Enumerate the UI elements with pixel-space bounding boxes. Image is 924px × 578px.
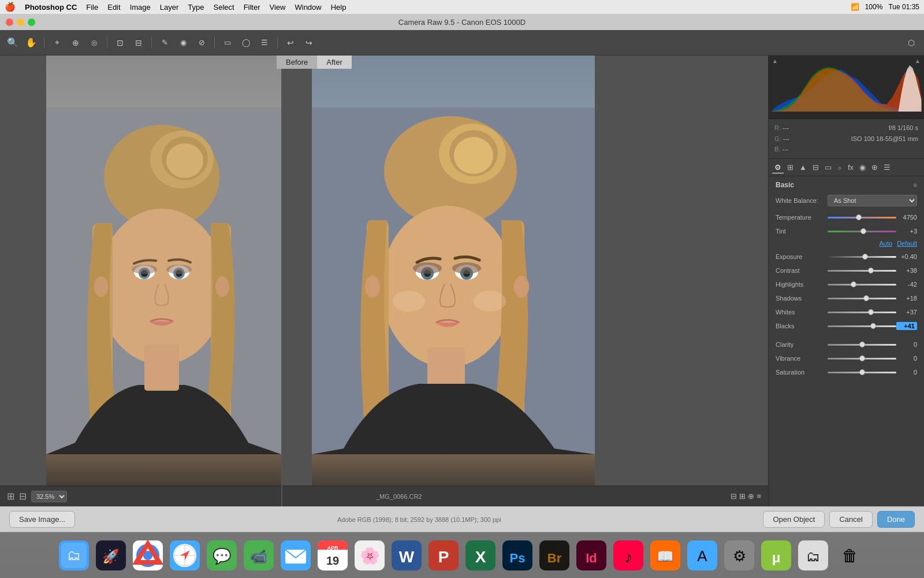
dock-indesign[interactable]: Id — [575, 539, 608, 572]
dock-powerpoint[interactable]: P — [427, 539, 460, 572]
save-image-button[interactable]: Save Image... — [9, 511, 75, 528]
apple-menu[interactable]: 🍎 — [5, 2, 16, 12]
vibrance-track[interactable] — [828, 358, 896, 360]
temperature-track[interactable] — [828, 217, 896, 218]
blacks-thumb[interactable] — [870, 323, 876, 329]
menu-type[interactable]: Type — [188, 3, 204, 12]
calibration-icon[interactable]: ⊕ — [869, 162, 880, 173]
close-button[interactable] — [6, 18, 13, 26]
dock-safari[interactable] — [168, 539, 202, 572]
menu-image[interactable]: Image — [130, 3, 151, 12]
app-menu-photoshop[interactable]: Photoshop CC — [25, 3, 77, 12]
dock-launchpad[interactable]: 🚀 — [94, 539, 128, 572]
blacks-track[interactable] — [828, 325, 896, 327]
dock-finder2[interactable]: 🗂 — [796, 539, 830, 572]
maximize-button[interactable] — [28, 18, 35, 26]
view-icon-1[interactable]: ⊞ — [7, 491, 14, 502]
dock-word[interactable]: W — [390, 539, 423, 572]
list-view[interactable]: ☰ — [256, 35, 273, 51]
filter-icon[interactable]: ≡ — [757, 492, 761, 501]
open-object-button[interactable]: Open Object — [763, 511, 825, 528]
dock-books[interactable]: 📖 — [649, 539, 682, 572]
zoom-tool[interactable]: 🔍 — [5, 35, 21, 51]
detail-panel-icon[interactable]: ⊟ — [810, 162, 821, 173]
clarity-thumb[interactable] — [859, 342, 865, 347]
tint-track[interactable] — [828, 231, 896, 232]
menu-select[interactable]: Select — [213, 3, 234, 12]
cancel-button[interactable]: Cancel — [829, 511, 872, 528]
crop-tool[interactable]: ⊡ — [112, 35, 128, 51]
dock-appstore[interactable]: A — [685, 539, 719, 572]
basic-panel-icon[interactable]: ⚙ — [772, 162, 784, 173]
dock-photos[interactable]: 🌸 — [353, 539, 386, 572]
zoom-selector[interactable]: 32.5% 50% 100% — [31, 491, 67, 502]
exposure-track[interactable] — [828, 256, 896, 258]
menu-window[interactable]: Window — [295, 3, 321, 12]
dock-excel[interactable]: X — [464, 539, 497, 572]
whites-track[interactable] — [828, 312, 896, 313]
grid-panel-icon[interactable]: ⊞ — [785, 162, 796, 173]
dock-photoshop[interactable]: Ps — [501, 539, 534, 572]
default-button[interactable]: Default — [897, 240, 917, 247]
redeye-tool[interactable]: ◉ — [175, 35, 191, 51]
dock-music[interactable]: ♪ — [612, 539, 645, 572]
shadows-thumb[interactable] — [863, 295, 869, 301]
minimize-button[interactable] — [17, 18, 24, 26]
histogram-shadow-clip[interactable]: ▲ — [772, 58, 778, 64]
target-tool[interactable]: ◎ — [86, 35, 102, 51]
before-label[interactable]: Before — [277, 55, 317, 69]
dock-systemprefs[interactable]: ⚙ — [722, 539, 756, 572]
menu-layer[interactable]: Layer — [160, 3, 179, 12]
highlights-thumb[interactable] — [851, 281, 856, 287]
dock-utorrent[interactable]: μ — [759, 539, 793, 572]
menu-help[interactable]: Help — [331, 3, 346, 12]
hand-tool[interactable]: ✋ — [23, 35, 39, 51]
curve-panel-icon[interactable]: ▲ — [797, 162, 809, 173]
lens-icon[interactable]: fx — [845, 162, 856, 173]
undo-tool[interactable]: ↩ — [282, 35, 299, 51]
temperature-thumb[interactable] — [856, 214, 862, 220]
dock-calendar[interactable]: 19APR — [316, 539, 349, 572]
saturation-track[interactable] — [828, 372, 896, 373]
spot-removal-tool[interactable]: ✎ — [157, 35, 173, 51]
contrast-track[interactable] — [828, 270, 896, 272]
tint-thumb[interactable] — [860, 228, 866, 234]
white-balance-select[interactable]: As Shot Auto Daylight Cloudy Shade Tungs… — [828, 195, 917, 206]
canvas-area[interactable]: Before After — [0, 55, 768, 506]
auto-button[interactable]: Auto — [880, 240, 893, 247]
hsl-panel-icon[interactable]: ▭ — [822, 162, 834, 173]
dock-mail[interactable] — [279, 539, 312, 572]
section-menu-icon[interactable]: ≡ — [914, 181, 917, 188]
adjustment-brush[interactable]: ⊘ — [193, 35, 210, 51]
highlights-track[interactable] — [828, 284, 896, 286]
presets-icon[interactable]: ☰ — [881, 162, 893, 173]
transform-tool[interactable]: ⊟ — [131, 35, 147, 51]
view-icon-2[interactable]: ⊟ — [19, 491, 27, 502]
contrast-thumb[interactable] — [868, 268, 874, 273]
graduated-filter[interactable]: ▭ — [219, 35, 236, 51]
dock-messages[interactable]: 💬 — [205, 539, 239, 572]
zoom-fit-icon[interactable]: ⊞ — [739, 492, 746, 501]
workflow-icon[interactable]: ⊟ — [731, 492, 737, 501]
split-tone-icon[interactable]: ⬦ — [835, 162, 844, 173]
whites-thumb[interactable] — [868, 309, 874, 315]
histogram-highlight-clip[interactable]: ▲ — [915, 58, 921, 64]
effects-panel-icon[interactable]: ◉ — [857, 162, 868, 173]
color-sampler-tool[interactable]: ⊕ — [68, 35, 84, 51]
menu-edit[interactable]: Edit — [107, 3, 120, 12]
eyedropper-tool[interactable]: ⌖ — [49, 35, 65, 51]
dock-finder[interactable]: 🗂 — [57, 539, 91, 572]
dock-facetime[interactable]: 📹 — [242, 539, 275, 572]
redo-tool[interactable]: ↪ — [301, 35, 317, 51]
vibrance-thumb[interactable] — [859, 355, 865, 361]
done-button[interactable]: Done — [877, 511, 915, 528]
menu-file[interactable]: File — [86, 3, 98, 12]
exposure-thumb[interactable] — [862, 254, 868, 260]
menu-view[interactable]: View — [270, 3, 286, 12]
dock-trash[interactable]: 🗑 — [833, 539, 867, 572]
clarity-track[interactable] — [828, 344, 896, 346]
radial-filter[interactable]: ◯ — [238, 35, 254, 51]
shadows-track[interactable] — [828, 298, 896, 299]
menu-filter[interactable]: Filter — [244, 3, 260, 12]
export-icon[interactable]: ⬡ — [903, 35, 919, 51]
